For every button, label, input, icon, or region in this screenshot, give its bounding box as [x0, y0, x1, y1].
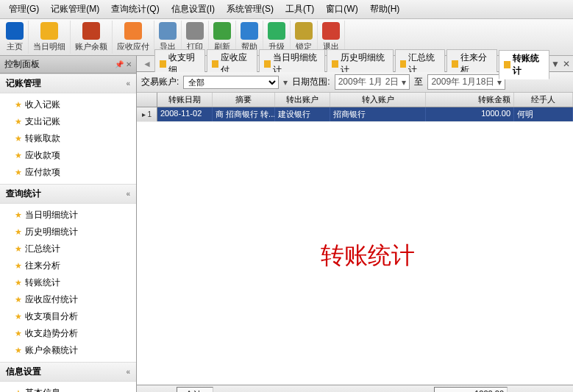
- star-icon: ★: [15, 312, 22, 321]
- star-icon: ★: [15, 278, 22, 288]
- star-icon: ★: [15, 134, 22, 143]
- tab-icon: [212, 60, 218, 68]
- sidebar-item[interactable]: ★应收款项: [0, 147, 136, 164]
- star-icon: ★: [15, 346, 22, 355]
- star-icon: ★: [15, 295, 22, 304]
- star-icon: ★: [15, 244, 22, 254]
- date-from[interactable]: 2009年 1月 2日▾: [335, 74, 410, 90]
- sidebar-item[interactable]: ★收支项目分析: [0, 308, 136, 325]
- toolbar-icon: [268, 22, 285, 40]
- column-header[interactable]: 转出账户: [275, 93, 330, 107]
- column-header[interactable]: 经手人: [514, 93, 573, 107]
- tabbar: ◄ 收支明细应收应付当日明细统计历史明细统计汇总统计往来分析转账统计▼✕: [137, 56, 573, 72]
- toolbar-button[interactable]: 应收应付: [113, 21, 154, 54]
- tab[interactable]: 转账统计: [499, 50, 549, 79]
- toolbar-label: 账户余额: [75, 41, 107, 52]
- toolbar-icon: [295, 22, 313, 40]
- toolbar-icon: [82, 22, 100, 40]
- sidebar-item[interactable]: ★基本信息: [0, 385, 136, 392]
- cell-date: 2008-11-02: [157, 107, 213, 121]
- row-header-corner: [137, 93, 157, 107]
- toolbar-icon: [6, 22, 24, 40]
- star-icon: ★: [15, 100, 22, 110]
- group-header[interactable]: 信息设置«: [0, 362, 136, 382]
- menu-item[interactable]: 查询统计(Q): [105, 1, 165, 17]
- toolbar-label: 当日明细: [33, 41, 65, 52]
- date-range-label: 日期范围:: [292, 76, 330, 88]
- toolbar-icon: [322, 22, 340, 40]
- group-header[interactable]: 查询统计«: [0, 184, 136, 204]
- tab-close-icon[interactable]: ✕: [563, 59, 570, 69]
- toolbar-icon: [40, 22, 58, 40]
- cell-in: 招商银行: [330, 107, 426, 121]
- chevron-icon: «: [126, 79, 130, 88]
- star-icon: ★: [15, 261, 22, 271]
- pin-icon[interactable]: 📌 ✕: [115, 60, 132, 68]
- star-icon: ★: [15, 388, 22, 392]
- star-icon: ★: [15, 329, 22, 338]
- column-header[interactable]: 转账日期: [157, 93, 213, 107]
- menu-item[interactable]: 记账管理(M): [45, 1, 105, 17]
- sidebar-title: 控制面板 📌 ✕: [0, 56, 136, 74]
- toolbar-button[interactable]: 当日明细: [29, 21, 71, 54]
- menu-item[interactable]: 系统管理(S): [221, 1, 280, 17]
- group-header[interactable]: 记账管理«: [0, 74, 136, 93]
- tab-icon: [160, 60, 166, 68]
- footer: 合计: 1000.00: [137, 385, 573, 392]
- cell-summary: 商 招商银行 转...: [213, 107, 275, 121]
- cell-amount: 1000.00: [426, 107, 514, 121]
- data-grid: 转账日期摘要转出账户转入账户转账金额经手人 ▸ 12008-11-02商 招商银…: [137, 93, 573, 385]
- sidebar-item[interactable]: ★历史明细统计: [0, 224, 136, 240]
- star-icon: ★: [15, 227, 22, 237]
- table-row[interactable]: ▸ 12008-11-02商 招商银行 转...建设银行招商银行1000.00何…: [137, 107, 573, 122]
- cell-person: 何明: [514, 107, 573, 121]
- sidebar-item[interactable]: ★应收应付统计: [0, 291, 136, 308]
- toolbar-button[interactable]: 账户余额: [71, 21, 113, 54]
- menu-item[interactable]: 信息设置(I): [166, 1, 221, 17]
- column-header[interactable]: 摘要: [213, 93, 275, 107]
- toolbar-button[interactable]: 主页: [1, 21, 29, 54]
- menu-item[interactable]: 帮助(H): [364, 1, 406, 17]
- sidebar-item[interactable]: ★应付款项: [0, 164, 136, 181]
- column-header[interactable]: 转入账户: [330, 93, 426, 107]
- tab-icon: [452, 60, 458, 68]
- menu-item[interactable]: 工具(T): [280, 1, 320, 17]
- tab-icon: [400, 60, 407, 68]
- toolbar-label: 主页: [7, 41, 23, 52]
- sidebar-item[interactable]: ★账户余额统计: [0, 342, 136, 359]
- sidebar-item[interactable]: ★收入记账: [0, 96, 136, 113]
- star-icon: ★: [15, 210, 22, 220]
- column-header[interactable]: 转账金额: [426, 93, 514, 107]
- sidebar-item[interactable]: ★往来分析: [0, 257, 136, 274]
- footer-label: 合计:: [177, 387, 213, 392]
- chevron-icon: «: [126, 190, 130, 198]
- watermark: 转账统计: [321, 240, 415, 272]
- sidebar-title-text: 控制面板: [4, 58, 40, 71]
- tab-icon: [504, 61, 510, 68]
- menu-item[interactable]: 管理(G): [3, 1, 45, 17]
- sidebar-item[interactable]: ★收支趋势分析: [0, 325, 136, 342]
- sidebar-item[interactable]: ★支出记账: [0, 113, 136, 130]
- account-select[interactable]: 全部: [183, 76, 279, 89]
- toolbar-label: 应收应付: [117, 41, 149, 52]
- star-icon: ★: [15, 151, 22, 160]
- menu-item[interactable]: 窗口(W): [320, 1, 363, 17]
- sidebar-item[interactable]: ★转账取款: [0, 130, 136, 147]
- tab-icon: [332, 60, 338, 68]
- tab-dropdown-icon[interactable]: ▼: [551, 59, 560, 69]
- to-label: 至: [414, 76, 423, 88]
- toolbar-icon: [124, 22, 142, 40]
- sidebar-item[interactable]: ★转账统计: [0, 274, 136, 291]
- sidebar-item[interactable]: ★当日明细统计: [0, 207, 136, 224]
- toolbar-icon: [241, 22, 258, 40]
- cell-out: 建设银行: [275, 107, 330, 121]
- tab-nav-left[interactable]: ◄: [140, 59, 154, 69]
- dropdown-icon[interactable]: ▾: [283, 77, 288, 88]
- toolbar-icon: [159, 22, 177, 40]
- sidebar: 控制面板 📌 ✕ 记账管理«★收入记账★支出记账★转账取款★应收款项★应付款项查…: [0, 56, 137, 392]
- content-area: ◄ 收支明细应收应付当日明细统计历史明细统计汇总统计往来分析转账统计▼✕ 交易账…: [137, 56, 573, 392]
- row-indicator: ▸ 1: [137, 107, 157, 121]
- sidebar-item[interactable]: ★汇总统计: [0, 240, 136, 257]
- footer-total: 1000.00: [434, 387, 508, 392]
- date-to[interactable]: 2009年 1月18日▾: [427, 74, 505, 90]
